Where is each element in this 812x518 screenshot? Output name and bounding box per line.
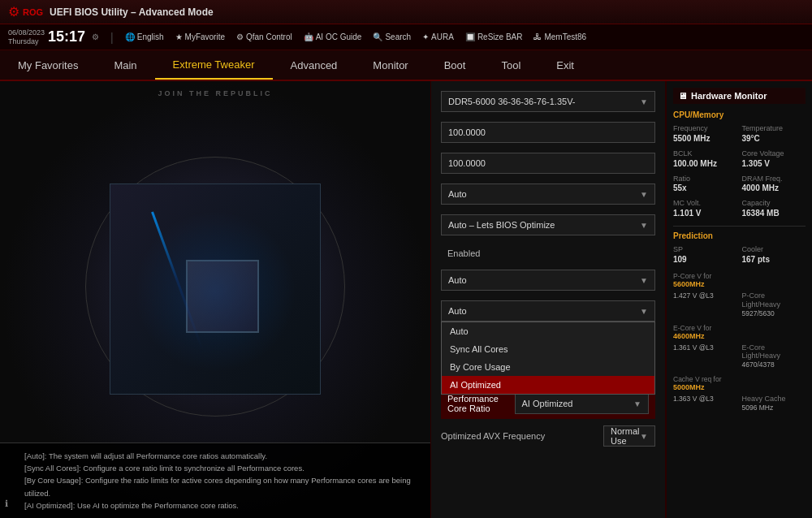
option-ai-optimized[interactable]: AI Optimized <box>442 376 654 394</box>
dram-freq-item: DRAM Freq. 4000 MHz <box>742 175 806 195</box>
enabled-label: Enabled <box>447 245 480 261</box>
search-btn[interactable]: 🔍 Search <box>373 32 411 41</box>
pcore-volt-item: 1.427 V @L3 <box>673 291 737 317</box>
temperature-value: 39°C <box>742 133 806 145</box>
nav-advanced[interactable]: Advanced <box>273 50 356 80</box>
ecore-for-value: 4600MHz <box>673 332 806 340</box>
ai-icon: 🤖 <box>304 32 313 41</box>
cooler-item: Cooler 167 pts <box>742 245 806 265</box>
avx-freq-label: Optimized AVX Frequency <box>441 431 603 441</box>
auto1-arrow-icon: ▼ <box>640 190 648 199</box>
info-line-1: [Auto]: The system will adjust all Perfo… <box>24 450 422 462</box>
auto-dropdown-trigger[interactable]: Auto ▼ <box>441 300 655 322</box>
motherboard-panel: JOIN THE REPUBLIC ℹ [Auto]: The system w… <box>0 81 430 518</box>
bclk-item: BCLK 100.00 MHz <box>673 149 737 170</box>
freq-input-2[interactable] <box>441 153 655 174</box>
cooler-value: 167 pts <box>742 254 806 265</box>
resize-bar-btn[interactable]: 🔲 ReSize BAR <box>465 32 523 41</box>
cache-value: 5000MHz <box>673 383 806 391</box>
perf-core-ratio-select[interactable]: AI Optimized ▼ <box>515 393 649 414</box>
ddr5-row: DDR5-6000 36-36-36-76-1.35V- ▼ <box>441 88 655 115</box>
nav-boot[interactable]: Boot <box>426 50 484 80</box>
auto-dropdown-row: Auto ▼ Auto Sync All Cores By Core Usage… <box>441 297 655 325</box>
sp-item: SP 109 <box>673 245 737 265</box>
hw-monitor-title: 🖥 Hardware Monitor <box>673 88 806 104</box>
monitor-icon: 🖥 <box>678 91 687 101</box>
time-display: 15:17 <box>48 28 85 45</box>
info-icon: ℹ <box>5 497 8 512</box>
bios-brand: ROG <box>23 7 43 17</box>
globe-icon: 🌐 <box>125 32 135 41</box>
nav-exit[interactable]: Exit <box>538 50 592 80</box>
resize-icon: 🔲 <box>465 32 475 41</box>
cache-volt-item: 1.363 V @L3 <box>673 395 737 412</box>
star-icon: ★ <box>175 32 183 41</box>
nav-bar: My Favorites Main Extreme Tweaker Advanc… <box>0 50 812 81</box>
option-sync-all-cores[interactable]: Sync All Cores <box>442 340 654 358</box>
ddr5-select[interactable]: DDR5-6000 36-36-36-76-1.35V- ▼ <box>441 91 655 112</box>
ratio-item: Ratio 55x <box>673 175 737 195</box>
date-display: 06/08/2023 <box>8 28 45 37</box>
bios-optimize-select[interactable]: Auto – Lets BIOS Optimize ▼ <box>441 214 655 235</box>
nav-extreme-tweaker[interactable]: Extreme Tweaker <box>155 50 273 80</box>
second-bar: 06/08/2023 Thursday 15:17 ⚙ | 🌐 English … <box>0 24 812 50</box>
pcore-grid: 1.427 V @L3 P-Core Light/Heavy 5927/5630 <box>673 291 806 317</box>
time-settings-icon[interactable]: ⚙ <box>92 32 99 41</box>
top-bar: ⚙ ROG UEFI BIOS Utility – Advanced Mode <box>0 0 812 24</box>
sp-value: 109 <box>673 254 737 265</box>
bottom-info-panel: ℹ [Auto]: The system will adjust all Per… <box>0 442 430 518</box>
fan-icon: ⚙ <box>236 32 244 41</box>
aura-icon: ✦ <box>422 32 429 41</box>
avx-freq-select[interactable]: Normal Use ▼ <box>603 425 655 447</box>
rog-logo-icon: ⚙ <box>8 4 19 19</box>
aioc-btn[interactable]: 🤖 AI OC Guide <box>304 32 362 41</box>
nav-monitor[interactable]: Monitor <box>355 50 425 80</box>
dropdown-menu: Auto Sync All Cores By Core Usage AI Opt… <box>441 322 655 395</box>
freq-input-1[interactable] <box>441 122 655 143</box>
myfavorite-btn[interactable]: ★ MyFavorite <box>175 32 225 41</box>
avx-freq-row: Optimized AVX Frequency Normal Use ▼ <box>441 422 655 450</box>
nav-my-favorites[interactable]: My Favorites <box>0 50 96 80</box>
pcore-lh-item: P-Core Light/Heavy 5927/5630 <box>742 291 806 317</box>
bios-title: UEFI BIOS Utility – Advanced Mode <box>50 6 214 18</box>
auto-select-2[interactable]: Auto ▼ <box>441 270 655 291</box>
frequency-item: Frequency 5500 MHz <box>673 124 737 145</box>
pcore-for-item: P-Core V for 5600MHz <box>673 272 806 288</box>
ecore-volt-item: 1.361 V @L3 <box>673 343 737 369</box>
ecore-lh-item: E-Core Light/Heavy 4670/4378 <box>742 343 806 369</box>
qfan-btn[interactable]: ⚙ Qfan Control <box>236 32 292 41</box>
ecore-for-item: E-Core V for 4600MHz <box>673 324 806 340</box>
ddr5-arrow-icon: ▼ <box>640 97 648 106</box>
core-voltage-item: Core Voltage 1.305 V <box>742 149 806 170</box>
option-auto[interactable]: Auto <box>442 322 654 340</box>
english-btn[interactable]: 🌐 English <box>125 32 164 41</box>
enabled-row: Enabled <box>441 242 655 263</box>
hw-stats-grid: Frequency 5500 MHz Temperature 39°C BCLK… <box>673 124 806 219</box>
aura-btn[interactable]: ✦ AURA <box>422 32 454 41</box>
ratio-value: 55x <box>673 183 737 194</box>
mc-volt-item: MC Volt. 1.101 V <box>673 199 737 219</box>
info-line-2: [Sync All Cores]: Configure a core ratio… <box>24 462 422 474</box>
day-display: Thursday <box>8 37 45 46</box>
option-by-core-usage[interactable]: By Core Usage <box>442 358 654 376</box>
prediction-grid: SP 109 Cooler 167 pts <box>673 245 806 265</box>
divider-hw <box>673 226 806 227</box>
cpu-memory-label: CPU/Memory <box>673 110 806 119</box>
info-line-4: [AI Optimized]: Use AI to optimize the P… <box>24 499 422 512</box>
auto-select-1[interactable]: Auto ▼ <box>441 183 655 205</box>
bclk-value: 100.00 MHz <box>673 158 737 170</box>
ecore-grid: 1.361 V @L3 E-Core Light/Heavy 4670/4378 <box>673 343 806 369</box>
prediction-label: Prediction <box>673 231 806 240</box>
mc-volt-value: 1.101 V <box>673 208 737 219</box>
main-layout: JOIN THE REPUBLIC ℹ [Auto]: The system w… <box>0 81 812 518</box>
divider-1: | <box>110 31 114 44</box>
republic-text: JOIN THE REPUBLIC <box>158 89 272 97</box>
nav-tool[interactable]: Tool <box>483 50 538 80</box>
bios-optimize-row: Auto – Lets BIOS Optimize ▼ <box>441 211 655 239</box>
settings-panel: DDR5-6000 36-36-36-76-1.35V- ▼ <box>430 81 666 518</box>
dram-freq-value: 4000 MHz <box>742 183 806 194</box>
perf-core-ratio-label: Performance Core Ratio <box>447 394 515 413</box>
memtest-btn[interactable]: 🖧 MemTest86 <box>533 32 586 41</box>
nav-main[interactable]: Main <box>96 50 154 80</box>
memtest-icon: 🖧 <box>533 32 542 41</box>
